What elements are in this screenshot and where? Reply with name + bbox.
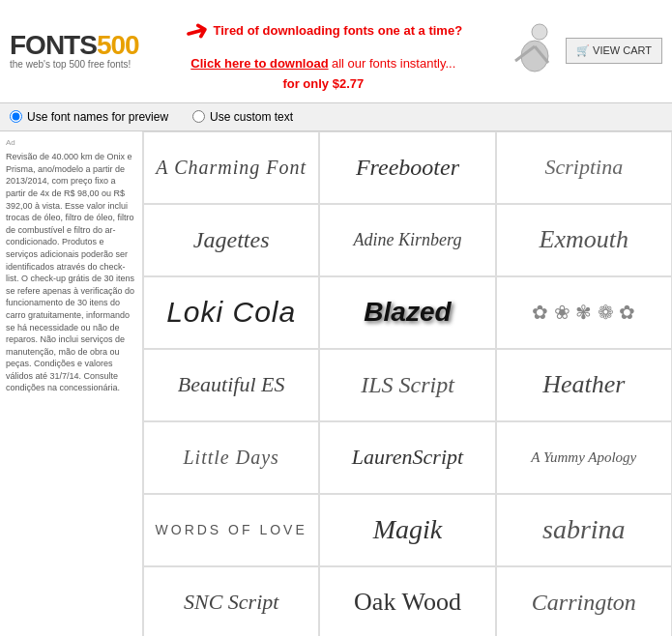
font-preview-exmouth: Exmouth (540, 225, 628, 254)
font-preview-sncscript: SNC Script (184, 590, 278, 615)
font-preview-charming: A Charming Font (156, 157, 307, 179)
font-cell-lokicola[interactable]: Loki Cola (143, 276, 319, 349)
font-cell-carrington[interactable]: Carrington (496, 566, 672, 636)
font-preview-jagettes: Jagettes (193, 227, 270, 253)
promo-line2: Click here to download all our fonts ins… (154, 54, 493, 74)
font-preview-ilsscript: ILS Script (361, 372, 454, 398)
font-cell-littledays[interactable]: Little Days (143, 421, 319, 494)
font-cell-adine[interactable]: Adine Kirnberg (319, 204, 495, 276)
ad-text: Revisão de 40.000 km de Onix e Prisma, a… (6, 151, 136, 394)
logo-number: 500 (97, 30, 139, 60)
radio-customtext[interactable] (192, 110, 205, 123)
header: FONTS500 the web's top 500 free fonts! ➜… (0, 0, 672, 103)
radio-option-fontnames[interactable]: Use font names for preview (10, 110, 168, 124)
font-cell-yummy[interactable]: A Yummy Apology (496, 421, 672, 494)
arrow-icon: ➜ (179, 6, 215, 57)
font-preview-sabrina: sabrina (542, 514, 626, 545)
font-preview-yummy: A Yummy Apology (531, 449, 636, 466)
font-cell-wordsoflove[interactable]: WORDS OF LOVE (143, 494, 319, 566)
logo-subtitle: the web's top 500 free fonts! (10, 59, 131, 70)
font-preview-freebooter: Freebooter (356, 155, 459, 181)
svg-point-0 (532, 24, 547, 40)
font-preview-scriptina: Scriptina (544, 155, 623, 180)
font-cell-sncscript[interactable]: SNC Script (143, 566, 319, 636)
font-preview-beautifules: Beautiful ES (178, 372, 285, 397)
font-preview-carrington: Carrington (532, 590, 636, 616)
font-preview-heather: Heather (542, 370, 625, 399)
font-cell-freebooter[interactable]: Freebooter (319, 131, 495, 204)
font-cell-laurenscript[interactable]: LaurenScript (319, 421, 495, 494)
font-cell-charming[interactable]: A Charming Font (143, 131, 319, 204)
logo: FONTS500 (10, 32, 139, 59)
person-illustration (503, 22, 556, 80)
ad-marker: Ad (6, 137, 136, 149)
font-cell-jagettes[interactable]: Jagettes (143, 204, 319, 276)
font-preview-magik: Magik (373, 514, 443, 545)
cart-label: VIEW CART (593, 44, 652, 56)
font-preview-blazed: Blazed (364, 297, 451, 328)
promo-line1: Tired of downloading fonts one at a time… (214, 21, 463, 42)
promo-price: for only $2.77 (154, 74, 493, 95)
font-cell-blazed[interactable]: Blazed (319, 276, 495, 349)
cart-button[interactable]: 🛒 VIEW CART (566, 38, 662, 64)
logo-fonts: FONTS (10, 30, 97, 60)
font-grid: A Charming Font Freebooter Scriptina Jag… (143, 131, 672, 636)
font-cell-heather[interactable]: Heather (496, 349, 672, 421)
radio-customtext-label: Use custom text (210, 110, 293, 124)
font-cell-exmouth[interactable]: Exmouth (496, 204, 672, 276)
logo-area: FONTS500 the web's top 500 free fonts! (10, 32, 139, 70)
font-cell-dingbats[interactable]: ✿ ❀ ✾ ❁ ✿ (496, 276, 672, 349)
font-cell-sabrina[interactable]: sabrina (496, 494, 672, 566)
radio-option-customtext[interactable]: Use custom text (192, 110, 293, 124)
radio-fontnames-label: Use font names for preview (27, 110, 168, 124)
font-cell-scriptina[interactable]: Scriptina (496, 131, 672, 204)
font-cell-oakwood[interactable]: Oak Wood (319, 566, 495, 636)
radio-fontnames[interactable] (10, 110, 22, 123)
font-preview-wordsoflove: WORDS OF LOVE (156, 522, 307, 537)
font-preview-laurenscript: LaurenScript (352, 445, 463, 470)
font-preview-lokicola: Loki Cola (166, 296, 296, 329)
promo-area: ➜ Tired of downloading fonts one at a ti… (154, 8, 493, 95)
font-preview-adine: Adine Kirnberg (354, 230, 462, 250)
main-content: Ad Revisão de 40.000 km de Onix e Prisma… (0, 131, 672, 636)
sidebar: Ad Revisão de 40.000 km de Onix e Prisma… (0, 131, 143, 636)
font-cell-magik[interactable]: Magik (319, 494, 495, 566)
font-preview-littledays: Little Days (183, 447, 278, 469)
font-cell-beautifules[interactable]: Beautiful ES (143, 349, 319, 421)
font-preview-dingbats: ✿ ❀ ✾ ❁ ✿ (532, 301, 635, 324)
font-preview-oakwood: Oak Wood (354, 588, 461, 617)
promo-download-link[interactable]: Click here to download (190, 56, 328, 71)
nav-bar: Use font names for preview Use custom te… (0, 103, 672, 131)
promo-suffix: all our fonts instantly... (332, 56, 455, 71)
promo-arrow-row: ➜ Tired of downloading fonts one at a ti… (154, 8, 493, 54)
font-cell-ilsscript[interactable]: ILS Script (319, 349, 495, 421)
cart-icon: 🛒 (576, 44, 593, 56)
